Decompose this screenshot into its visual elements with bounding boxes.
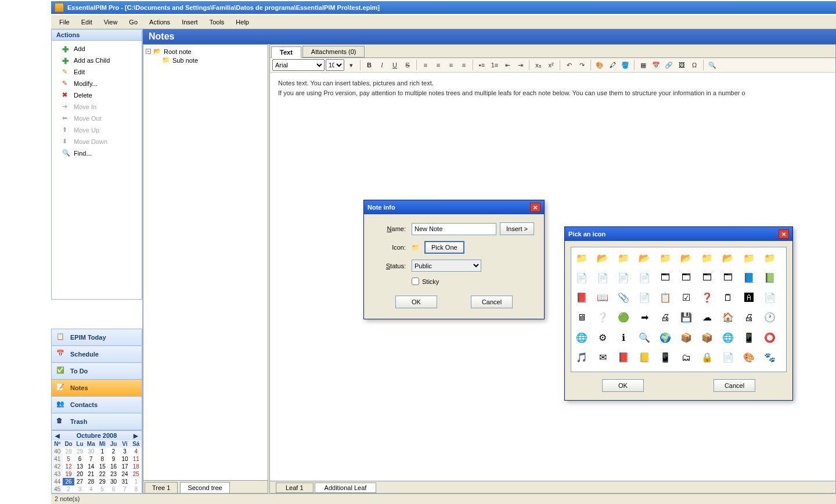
icon-choice[interactable]: 🏠 bbox=[722, 312, 734, 323]
cal-day[interactable]: 3 bbox=[119, 448, 130, 455]
align-right-button[interactable]: ≡ bbox=[445, 59, 457, 71]
table-button[interactable]: ▦ bbox=[637, 59, 649, 71]
icon-choice[interactable]: ❔ bbox=[597, 312, 608, 323]
find-button[interactable]: 🔍 bbox=[707, 59, 718, 71]
icon-choice[interactable]: ℹ bbox=[618, 332, 629, 343]
icon-choice[interactable]: 📗 bbox=[764, 272, 776, 283]
menu-tools[interactable]: Tools bbox=[204, 16, 230, 28]
icon-choice[interactable]: 🟢 bbox=[618, 312, 629, 323]
cal-day[interactable]: 31 bbox=[119, 478, 130, 485]
indent-button[interactable]: ⇥ bbox=[514, 59, 526, 71]
icon-choice[interactable]: 🎵 bbox=[576, 352, 588, 363]
tree-collapse-icon[interactable]: − bbox=[146, 49, 151, 54]
action-add-child[interactable]: ✚Add as Child bbox=[52, 55, 142, 66]
cal-day[interactable]: 28 bbox=[63, 448, 74, 455]
menu-file[interactable]: File bbox=[53, 16, 75, 28]
leaf-tab-2[interactable]: Additional Leaf bbox=[315, 483, 377, 493]
status-select[interactable]: Public bbox=[412, 260, 481, 272]
icon-choice[interactable]: 🗔 bbox=[680, 272, 692, 283]
size-down-icon[interactable]: ▾ bbox=[345, 59, 357, 71]
icon-choice[interactable]: 🌐 bbox=[722, 332, 734, 343]
editor-tab-text[interactable]: Text bbox=[271, 46, 301, 58]
action-add[interactable]: ✚Add bbox=[52, 43, 142, 55]
action-modify[interactable]: ✎Modify... bbox=[52, 78, 142, 89]
redo-button[interactable]: ↷ bbox=[576, 59, 588, 71]
nav-todo[interactable]: ✅To Do bbox=[51, 363, 142, 380]
icon-choice[interactable]: 🖥 bbox=[576, 312, 588, 323]
font-select[interactable]: Arial bbox=[272, 59, 325, 71]
align-justify-button[interactable]: ≡ bbox=[458, 59, 470, 71]
icon-choice[interactable]: 📁 bbox=[618, 252, 629, 264]
font-color-button[interactable]: 🎨 bbox=[594, 59, 606, 71]
cal-day[interactable]: 22 bbox=[97, 470, 108, 478]
cal-day[interactable]: 23 bbox=[108, 470, 119, 478]
cal-day[interactable]: 25 bbox=[131, 470, 142, 478]
cancel-button[interactable]: Cancel bbox=[471, 296, 513, 308]
icon-choice[interactable]: 📁 bbox=[743, 252, 755, 264]
cal-day[interactable]: 7 bbox=[85, 455, 96, 463]
size-select[interactable]: 10 bbox=[326, 59, 344, 71]
undo-button[interactable]: ↶ bbox=[563, 59, 575, 71]
cal-day[interactable]: 2 bbox=[63, 485, 74, 493]
name-input[interactable] bbox=[412, 223, 496, 235]
sticky-checkbox[interactable]: Sticky bbox=[412, 278, 439, 285]
icon-choice[interactable]: ⚙ bbox=[597, 332, 608, 343]
insert-button[interactable]: Insert > bbox=[500, 222, 534, 235]
menu-actions[interactable]: Actions bbox=[143, 16, 176, 28]
icon-choice[interactable]: 🌍 bbox=[660, 332, 671, 343]
cal-prev[interactable]: ◀ bbox=[54, 433, 61, 439]
link-button[interactable]: 🔗 bbox=[663, 59, 675, 71]
cal-day[interactable]: 3 bbox=[74, 485, 85, 493]
icon-choice[interactable]: 📁 bbox=[701, 252, 713, 264]
icon-choice[interactable]: 📁 bbox=[764, 252, 776, 264]
cal-day[interactable]: 6 bbox=[74, 455, 85, 463]
nav-contacts[interactable]: 👥Contacts bbox=[51, 397, 142, 413]
cal-day[interactable]: 10 bbox=[119, 455, 130, 463]
icon-choice[interactable]: 📱 bbox=[743, 332, 755, 343]
menu-go[interactable]: Go bbox=[123, 16, 143, 28]
icon-choice[interactable]: ❓ bbox=[701, 292, 713, 304]
cal-day[interactable]: 2 bbox=[108, 448, 119, 455]
icon-choice[interactable]: 🌐 bbox=[576, 332, 588, 343]
cal-day[interactable]: 12 bbox=[63, 463, 74, 470]
icon-choice[interactable]: 📄 bbox=[722, 352, 734, 363]
highlight-button[interactable]: 🖍 bbox=[607, 59, 618, 71]
action-delete[interactable]: ✖Delete bbox=[52, 89, 142, 101]
icon-choice[interactable]: 💾 bbox=[680, 312, 692, 323]
cal-day[interactable]: 6 bbox=[108, 485, 119, 493]
icon-choice[interactable]: 📁 bbox=[660, 252, 671, 264]
icon-choice[interactable]: 📱 bbox=[660, 352, 671, 363]
cal-day[interactable]: 4 bbox=[85, 485, 96, 493]
icon-choice[interactable]: 📂 bbox=[680, 252, 692, 264]
icon-choice[interactable]: 🖨 bbox=[660, 312, 671, 323]
close-icon[interactable]: ✕ bbox=[530, 203, 540, 212]
cal-day[interactable]: 21 bbox=[85, 470, 96, 478]
cal-day[interactable]: 30 bbox=[85, 448, 96, 455]
icon-choice[interactable]: 📄 bbox=[597, 272, 608, 283]
cal-day[interactable]: 29 bbox=[74, 448, 85, 455]
icon-choice[interactable]: 📕 bbox=[618, 352, 629, 363]
icon-choice[interactable]: 📋 bbox=[660, 292, 671, 304]
icon-choice[interactable]: 📖 bbox=[597, 292, 608, 304]
cal-day[interactable]: 28 bbox=[85, 478, 96, 485]
icon-choice[interactable]: 🗔 bbox=[701, 272, 713, 283]
icon-choice[interactable]: 🎨 bbox=[743, 352, 755, 363]
cal-day[interactable]: 27 bbox=[74, 478, 85, 485]
icon-choice[interactable]: 📦 bbox=[680, 332, 692, 343]
bullet-list-button[interactable]: •≡ bbox=[476, 59, 488, 71]
icon-choice[interactable]: 🗔 bbox=[722, 272, 734, 283]
cal-day[interactable]: 20 bbox=[74, 470, 85, 478]
cal-day[interactable]: 26 bbox=[63, 478, 74, 485]
icon-choice[interactable]: 📂 bbox=[597, 252, 608, 264]
icon-choice[interactable]: ✉ bbox=[597, 352, 608, 363]
cal-day[interactable]: 9 bbox=[108, 455, 119, 463]
cal-day[interactable]: 8 bbox=[97, 455, 108, 463]
icon-choice[interactable]: ➡ bbox=[639, 312, 650, 323]
subscript-button[interactable]: x₂ bbox=[532, 59, 544, 71]
icon-choice[interactable]: 📁 bbox=[576, 252, 588, 264]
editor-tab-attachments[interactable]: Attachments (0) bbox=[302, 46, 365, 57]
icon-choice[interactable]: 🗔 bbox=[660, 272, 671, 283]
icon-choice[interactable]: 📄 bbox=[764, 292, 776, 304]
icon-choice[interactable]: 📂 bbox=[722, 252, 734, 264]
cal-day[interactable]: 5 bbox=[97, 485, 108, 493]
